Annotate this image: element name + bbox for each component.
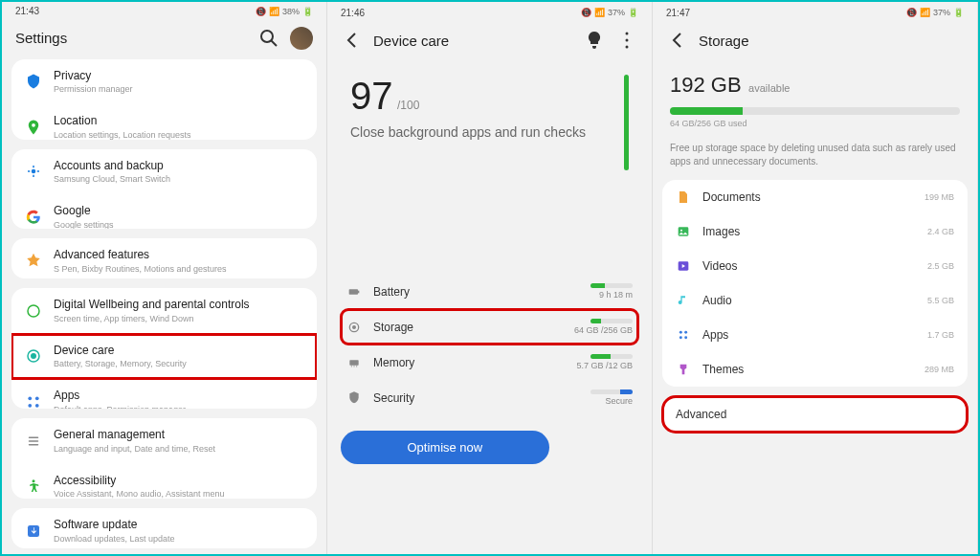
svg-point-6: [28, 396, 32, 400]
care-item-security[interactable]: Security Secure: [341, 380, 638, 415]
search-icon[interactable]: [257, 27, 280, 50]
svg-point-15: [626, 33, 629, 35]
score-desc: Close background apps and run checks: [350, 123, 612, 143]
settings-screen: 21:43 📵 📶 38%🔋 Settings PrivacyPermissio…: [2, 2, 327, 554]
settings-item-software-update[interactable]: Software updateDownload updates, Last up…: [11, 508, 317, 548]
settings-item-privacy[interactable]: PrivacyPermission manager: [11, 59, 317, 104]
update-icon: [25, 523, 42, 540]
tips-icon[interactable]: [583, 29, 606, 52]
page-title: Storage: [699, 33, 964, 49]
settings-item-accounts[interactable]: Accounts and backupSamsung Cloud, Smart …: [11, 149, 317, 194]
storage-item-videos[interactable]: Videos 2.5 GB: [662, 249, 968, 283]
svg-point-5: [32, 354, 36, 359]
storage-icon: [346, 320, 362, 335]
score-bar: [624, 75, 629, 170]
svg-point-31: [679, 336, 682, 339]
svg-rect-18: [349, 289, 358, 294]
status-time: 21:47: [666, 8, 690, 18]
storage-available: 192 GB: [670, 73, 742, 97]
battery-icon: [346, 284, 362, 300]
memory-icon: [346, 355, 362, 370]
images-icon: [676, 224, 691, 239]
wellbeing-icon: [25, 302, 42, 320]
svg-point-16: [626, 39, 629, 42]
storage-item-audio[interactable]: Audio 5.5 GB: [662, 283, 968, 318]
svg-point-27: [680, 230, 682, 232]
settings-item-wellbeing[interactable]: Digital Wellbeing and parental controlsS…: [11, 288, 317, 333]
device-care-icon: [25, 347, 42, 365]
svg-point-30: [684, 331, 687, 334]
care-item-storage[interactable]: Storage 64 GB /256 GB: [341, 309, 638, 345]
back-icon[interactable]: [666, 29, 689, 52]
videos-icon: [676, 258, 691, 274]
svg-point-2: [32, 169, 36, 174]
svg-point-9: [35, 404, 39, 408]
settings-item-general[interactable]: General managementLanguage and input, Da…: [11, 418, 317, 463]
settings-item-location[interactable]: LocationLocation settings, Location requ…: [11, 104, 317, 139]
storage-screen: 21:47 📵 📶 37%🔋 Storage 192 GB available …: [653, 2, 978, 554]
statusbar: 21:46 📵 📶 37%🔋: [327, 2, 652, 23]
care-item-battery[interactable]: Battery 9 h 18 m: [341, 274, 638, 309]
settings-list: PrivacyPermission manager LocationLocati…: [2, 59, 326, 554]
score-area: 97 /100 Close background apps and run ch…: [327, 61, 652, 178]
storage-summary: 192 GB available 64 GB/256 GB used: [653, 61, 977, 136]
optimize-button[interactable]: Optimise now: [341, 431, 549, 464]
settings-item-accessibility[interactable]: AccessibilityVoice Assistant, Mono audio…: [11, 464, 317, 499]
svg-rect-12: [29, 444, 39, 446]
status-time: 21:43: [15, 6, 39, 16]
accessibility-icon: [25, 478, 42, 495]
settings-item-apps[interactable]: AppsDefault apps, Permission manager: [11, 379, 317, 409]
storage-desc: Free up storage space by deleting unused…: [653, 136, 977, 180]
storage-header: Storage: [653, 23, 977, 61]
storage-advanced[interactable]: Advanced: [662, 396, 968, 433]
page-title: Device care: [373, 33, 573, 49]
svg-point-29: [679, 331, 682, 334]
features-icon: [25, 253, 42, 270]
svg-point-32: [684, 336, 687, 339]
status-time: 21:46: [341, 8, 365, 18]
audio-icon: [676, 293, 691, 308]
svg-point-13: [33, 480, 35, 483]
svg-rect-22: [349, 360, 358, 365]
more-icon[interactable]: [615, 29, 638, 52]
status-icons: 📵 📶 38%🔋: [256, 7, 313, 16]
avatar[interactable]: [290, 27, 313, 50]
storage-categories: Documents 199 MB Images 2.4 GB Videos 2.…: [662, 180, 968, 387]
apps-icon: [676, 327, 691, 343]
svg-point-7: [35, 396, 39, 400]
settings-item-google[interactable]: GoogleGoogle settings: [11, 194, 317, 229]
score-value: 97: [350, 75, 393, 117]
storage-item-themes[interactable]: Themes 289 MB: [662, 352, 968, 387]
status-icons: 📵 📶 37%🔋: [906, 8, 964, 17]
google-icon: [25, 209, 42, 226]
storage-item-apps[interactable]: Apps 1.7 GB: [662, 318, 968, 352]
themes-icon: [676, 362, 691, 377]
privacy-icon: [25, 73, 42, 90]
care-item-memory[interactable]: Memory 5.7 GB /12 GB: [341, 345, 638, 380]
svg-line-1: [272, 40, 278, 46]
page-title: Settings: [15, 30, 248, 46]
storage-item-images[interactable]: Images 2.4 GB: [662, 214, 968, 249]
apps-icon: [25, 393, 42, 409]
backup-icon: [25, 163, 42, 180]
svg-rect-11: [29, 440, 39, 442]
status-icons: 📵 📶 37%🔋: [581, 8, 638, 17]
svg-point-0: [261, 31, 273, 42]
svg-point-3: [28, 305, 39, 317]
back-icon[interactable]: [341, 29, 364, 52]
settings-item-advanced-features[interactable]: Advanced featuresS Pen, Bixby Routines, …: [11, 238, 317, 278]
documents-icon: [676, 189, 691, 205]
svg-point-17: [626, 46, 629, 49]
statusbar: 21:43 📵 📶 38%🔋: [2, 2, 326, 21]
general-icon: [25, 433, 42, 450]
settings-header: Settings: [2, 21, 326, 59]
settings-item-device-care[interactable]: Device careBattery, Storage, Memory, Sec…: [11, 334, 317, 379]
storage-used: 64 GB/256 GB used: [670, 119, 960, 128]
storage-bar: [670, 107, 960, 115]
security-icon: [346, 390, 362, 406]
care-list: Battery 9 h 18 m Storage 64 GB /256 GB M…: [327, 274, 652, 474]
storage-item-documents[interactable]: Documents 199 MB: [662, 180, 968, 214]
statusbar: 21:47 📵 📶 37%🔋: [653, 2, 977, 23]
location-icon: [25, 119, 42, 136]
score-max: /100: [397, 99, 419, 112]
